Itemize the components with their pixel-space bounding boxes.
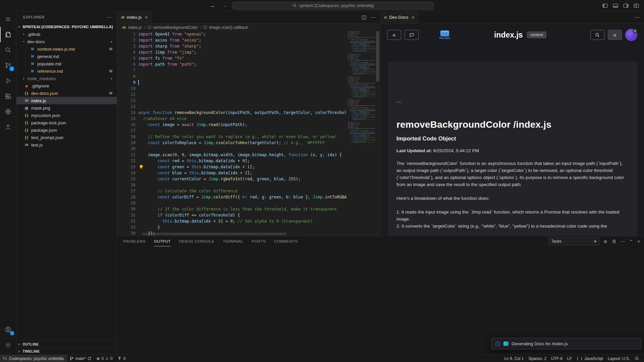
keyboard-layout[interactable]: Layout: U.S.	[605, 355, 632, 362]
maximize-panel-icon[interactable]: ⌃	[630, 239, 633, 244]
code-line-15[interactable]: //whatever ok nice	[138, 116, 347, 122]
minimap[interactable]: import OpenAI from "openai";import axios…	[347, 31, 375, 236]
code-line-6[interactable]: import path from "path";	[138, 61, 347, 67]
breadcrumb-file[interactable]: index.js	[128, 25, 142, 30]
split-editor-icon[interactable]	[361, 15, 367, 20]
code-line-30[interactable]: // If the color difference is less than …	[138, 206, 347, 212]
breadcrumb-symbol[interactable]: removeBackgroundColor	[153, 25, 198, 30]
code-line-26[interactable]	[138, 182, 347, 188]
explorer-more-actions-icon[interactable]: ⋯	[107, 14, 112, 20]
notification-toast[interactable]: ⓘ Generating Docs for /index.js	[491, 338, 641, 350]
panel-tab-output[interactable]: OUTPUT	[154, 236, 171, 246]
file-package.json[interactable]: {}package.json	[16, 126, 117, 134]
devdocs-menu-button[interactable]: ≡	[387, 30, 401, 40]
code-content[interactable]: import OpenAI from "openai";import axios…	[138, 31, 347, 236]
folder-dev-docs[interactable]: ›dev-docs●	[16, 38, 117, 45]
remote-indicator[interactable]: Codespaces: psychic umbrella	[0, 355, 67, 362]
user-avatar[interactable]	[625, 29, 637, 41]
close-tab-icon[interactable]: ×	[412, 15, 414, 20]
folder-.github[interactable]: ›.github	[16, 31, 117, 38]
devdocs-chat-button[interactable]	[405, 30, 419, 40]
ports-indicator[interactable]: 0	[115, 355, 128, 362]
forward-button[interactable]: →	[222, 3, 227, 9]
code-line-28[interactable]: const colorDiff = Jimp.colorDiff({ r: re…	[138, 194, 347, 200]
code-line-32[interactable]: this.bitmap.data[idx + 3] = 0; // Set al…	[138, 218, 347, 224]
code-line-13[interactable]	[138, 104, 347, 110]
file-mask.png[interactable]: ▣mask.png	[16, 104, 117, 112]
file-.gitignore[interactable]: ◆.gitignore	[16, 82, 117, 89]
panel-tab-debug-console[interactable]: DEBUG CONSOLE	[179, 236, 215, 246]
language-mode[interactable]: { } JavaScript	[574, 355, 605, 362]
code-line-1[interactable]: import OpenAI from "openai";	[138, 31, 347, 37]
close-tab-icon[interactable]: ×	[145, 15, 148, 20]
source-control-button[interactable]: 4	[0, 58, 16, 73]
toggle-secondary-sidebar-icon[interactable]	[623, 3, 629, 9]
devdocs-list-button[interactable]: ≡	[608, 30, 622, 40]
panel-tab-problems[interactable]: PROBLEMS	[123, 236, 146, 246]
run-debug-button[interactable]	[0, 73, 16, 88]
code-line-5[interactable]: import fs from "fs"	[138, 55, 347, 61]
code-line-7[interactable]	[138, 67, 347, 73]
code-line-31[interactable]: if (colorDiff <= colorThreshold) {	[138, 212, 347, 218]
devdocs-more-actions-icon[interactable]: ⋯	[635, 14, 640, 20]
editor-more-actions-icon[interactable]: ⋯	[371, 14, 376, 20]
code-line-17[interactable]	[138, 128, 347, 134]
lightbulb-icon[interactable]	[139, 165, 144, 169]
timeline-section[interactable]: › TIMELINE	[16, 348, 117, 355]
tab-index-js[interactable]: JS index.js ×	[117, 11, 152, 23]
remote-explorer-button[interactable]	[0, 104, 16, 119]
accounts-button[interactable]: 1	[0, 322, 16, 337]
panel-tab-ports[interactable]: PORTS	[252, 236, 266, 246]
breadcrumb-symbol[interactable]: image.scan() callback	[209, 25, 248, 30]
workspace-section-header[interactable]: › SPRITEAI [CODESPACES: PSYCHIC UMBRELLA…	[16, 23, 117, 31]
file-test_prompt.json[interactable]: {}test_prompt.json	[16, 134, 117, 141]
code-line-8[interactable]	[138, 73, 347, 79]
outline-section[interactable]: › OUTLINE	[16, 341, 117, 348]
command-center-search[interactable]: spriteAI [Codespaces: psychic umbrella]	[232, 2, 434, 10]
code-line-23[interactable]: const green = this.bitmap.data[idx + 1];	[138, 164, 347, 170]
explorer-button[interactable]	[0, 27, 16, 42]
code-line-3[interactable]: import sharp from "sharp";	[138, 43, 347, 49]
code-editor[interactable]: 1234567891011121314151617181920212223242…	[117, 31, 380, 236]
code-line-19[interactable]: const colorToReplace = Jimp.cssColorToHe…	[138, 140, 347, 146]
folder-node_modules[interactable]: ›node_modules●	[16, 75, 117, 82]
file-index.js[interactable]: JSindex.js	[16, 97, 117, 104]
customize-layout-icon[interactable]	[633, 3, 639, 9]
settings-button[interactable]	[0, 337, 16, 353]
file-mycustom.json[interactable]: {}mycustom.json	[16, 112, 117, 119]
code-line-24[interactable]: const blue = this.bitmap.data[idx + 2];	[138, 170, 347, 176]
back-button[interactable]: ←	[210, 3, 216, 9]
code-line-20[interactable]	[138, 146, 347, 152]
code-line-16[interactable]: const image = await Jimp.read(inputPath)…	[138, 122, 347, 128]
vertical-scrollbar[interactable]	[375, 31, 380, 236]
horizontal-scrollbar[interactable]	[142, 233, 286, 235]
file-test.js[interactable]: JStest.js	[16, 141, 117, 148]
encoding[interactable]: UTF-8	[549, 355, 565, 362]
code-line-25[interactable]: const currentColor = Jimp.rgbaToInt(red,…	[138, 176, 347, 182]
extensions-button[interactable]	[0, 88, 16, 104]
lock-scroll-icon[interactable]	[612, 239, 616, 244]
problems-indicator[interactable]: ⊗ 0 ⚠ 0	[94, 355, 115, 362]
toggle-sidebar-icon[interactable]	[602, 3, 608, 9]
code-line-9[interactable]	[138, 79, 347, 85]
code-line-21[interactable]: image.scan(0, 0, image.bitmap.width, ima…	[138, 152, 347, 158]
profile-view-button[interactable]	[0, 119, 16, 135]
toggle-panel-icon[interactable]	[612, 3, 619, 9]
code-line-4[interactable]: import Jimp from "jimp";	[138, 49, 347, 55]
search-button[interactable]	[0, 42, 16, 58]
code-line-27[interactable]: // Calculate the color difference	[138, 188, 347, 194]
code-line-22[interactable]: const red = this.bitmap.data[idx + 0];	[138, 158, 347, 164]
tab-devdocs[interactable]: ≡ Dev-Docs ×	[380, 11, 418, 23]
panel-tab-terminal[interactable]: TERMINAL	[223, 236, 243, 246]
cursor-position[interactable]: Ln 9, Col 1	[502, 355, 526, 362]
menu-button[interactable]	[0, 11, 16, 27]
devdocs-search-button[interactable]	[590, 30, 604, 40]
file-dev-docs.json[interactable]: {}dev-docs.jsonM	[16, 89, 117, 97]
file-populate.md[interactable]: Mpopulate.md	[16, 60, 117, 67]
scrollbar-thumb[interactable]	[376, 31, 379, 81]
indentation[interactable]: Spaces: 2	[526, 355, 548, 362]
code-line-14[interactable]: async function removeBackgroundColor(inp…	[138, 110, 347, 116]
code-line-12[interactable]	[138, 98, 347, 104]
panel-tab-comments[interactable]: COMMENTS	[274, 236, 298, 246]
branch-indicator[interactable]: main*	[67, 355, 94, 362]
